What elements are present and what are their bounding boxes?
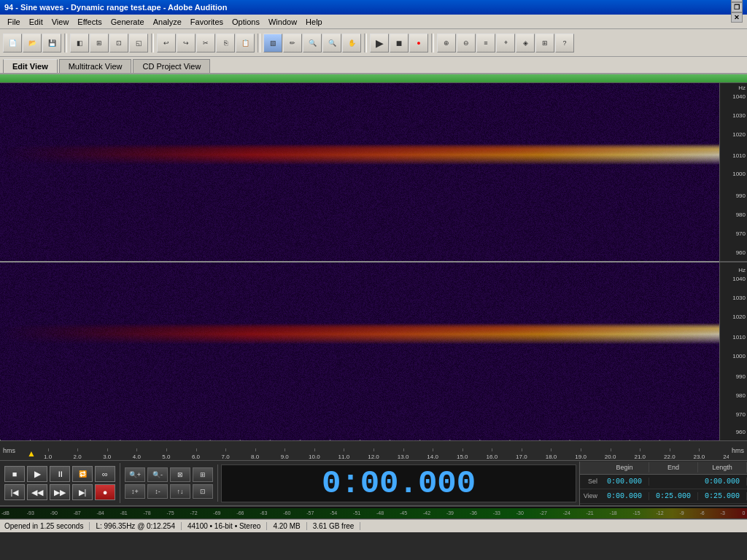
toolbar-select[interactable]: ▧ (263, 34, 282, 52)
lv-48: -48 (376, 510, 384, 516)
menu-window[interactable]: Window (264, 16, 301, 28)
toolbar-btn2[interactable]: ⊞ (90, 34, 109, 52)
lv-81: -81 (120, 510, 128, 516)
menu-view[interactable]: View (47, 16, 74, 28)
toolbar-btn4[interactable]: ◱ (129, 34, 148, 52)
freq-980-top: 980 (736, 211, 746, 218)
toolbar-paste[interactable]: 📋 (236, 34, 255, 52)
btn-zoom-in-horiz[interactable]: 🔍+ (125, 467, 145, 482)
toolbar-group-edit: ↩ ↪ ✂ ⎘ 📋 (157, 34, 255, 52)
toolbar-btn3[interactable]: ⊡ (109, 34, 128, 52)
btn-record[interactable]: ● (95, 484, 115, 500)
toolbar-misc5[interactable]: ◈ (516, 34, 535, 52)
sep1 (64, 34, 67, 52)
freq-1030-top: 1030 (732, 112, 746, 119)
btn-next[interactable]: ▶▶ (50, 484, 70, 500)
zoom-row-2: ↕+ ↕- ↑↓ ⊡ (125, 484, 213, 499)
lv-15: -15 (633, 510, 640, 516)
toolbar-misc7[interactable]: ? (555, 34, 574, 52)
menu-generate[interactable]: Generate (107, 16, 149, 28)
toolbar-misc6[interactable]: ⊞ (535, 34, 554, 52)
pos-view-row: View 0:00.000 0:25.000 0:25.000 (580, 489, 747, 504)
btn-zoom-out-horiz[interactable]: 🔍- (147, 467, 168, 482)
pos-sel-begin: 0:00.000 (600, 478, 649, 486)
toolbar-play[interactable]: ▶ (370, 34, 389, 52)
view-tabs: Edit View Multitrack View CD Project Vie… (0, 57, 747, 74)
tab-cd-project-view[interactable]: CD Project View (133, 59, 210, 73)
toolbar-misc1[interactable]: ⊕ (437, 34, 456, 52)
toolbar-new[interactable]: 📄 (3, 34, 22, 52)
toolbar-copy[interactable]: ⎘ (216, 34, 235, 52)
toolbar-misc3[interactable]: ≡ (476, 34, 495, 52)
btn-pause[interactable]: ⏸ (50, 466, 70, 482)
btn-loop[interactable]: 🔁 (72, 466, 93, 482)
sep2 (151, 34, 154, 52)
freq-1010-bot: 1010 (732, 334, 746, 341)
btn-zoom-all[interactable]: ⊞ (193, 467, 213, 482)
status-format: 44100 • 16-bit • Stereo (187, 522, 267, 530)
toolbar-hand[interactable]: ✋ (342, 34, 361, 52)
timeline-tick: 22.0 (664, 454, 676, 460)
timeline-tick: 1.0 (44, 454, 52, 460)
timeline-tick: 3.0 (103, 454, 111, 460)
transport-row-2: |◀ ◀◀ ▶▶ ▶| ● (4, 484, 115, 500)
app-title: 94 - Sine waves - Dynamic range test.ape… (4, 3, 227, 12)
toolbar-undo[interactable]: ↩ (157, 34, 176, 52)
toolbar-stop[interactable]: ■ (390, 34, 409, 52)
menu-options[interactable]: Options (228, 16, 264, 28)
pos-view-end: 0:25.000 (649, 492, 698, 500)
lv-72: -72 (190, 510, 197, 516)
btn-prev[interactable]: ◀◀ (27, 484, 47, 500)
btn-zoom-in-vert[interactable]: ↕+ (125, 484, 145, 499)
btn-to-start[interactable]: |◀ (4, 484, 25, 500)
toolbar-misc4[interactable]: ⌖ (496, 34, 515, 52)
menu-analyze[interactable]: Analyze (149, 16, 186, 28)
menu-favorites[interactable]: Favorites (186, 16, 228, 28)
btn-stop[interactable]: ■ (4, 466, 25, 482)
lv-21: -21 (587, 510, 594, 516)
menu-help[interactable]: Help (301, 16, 327, 28)
scroll-thumb[interactable] (0, 74, 747, 82)
btn-zoom-out-vert[interactable]: ↕- (147, 484, 168, 499)
timeline-tick: 21.0 (634, 454, 646, 460)
btn-loop2[interactable]: ∞ (95, 466, 115, 482)
tab-multitrack-view[interactable]: Multitrack View (59, 59, 132, 73)
btn-to-end[interactable]: ▶| (72, 484, 93, 500)
zoom-controls: 🔍+ 🔍- ⊠ ⊞ ↕+ ↕- ↑↓ ⊡ (120, 464, 218, 502)
sep3 (258, 34, 260, 52)
tab-edit-view[interactable]: Edit View (3, 59, 58, 73)
toolbar-misc2[interactable]: ⊖ (457, 34, 476, 52)
btn-zoom-vert3[interactable]: ⊡ (193, 484, 213, 499)
toolbar-rec[interactable]: ● (409, 34, 428, 52)
close-btn[interactable]: ✕ (731, 12, 743, 23)
menu-edit[interactable]: Edit (25, 16, 47, 28)
level-bar: -dB -93 -90 -87 -84 -81 -78 -75 -72 -69 … (0, 506, 747, 519)
btn-zoom-sel[interactable]: ⊠ (170, 467, 190, 482)
pos-header: Begin End Length (580, 462, 747, 475)
timeline-hms-left: hms (0, 447, 18, 454)
timeline-tick: 12.0 (368, 454, 379, 460)
toolbar-save[interactable]: 💾 (42, 34, 61, 52)
position-panel: Begin End Length Sel 0:00.000 0:00.000 V… (579, 462, 747, 505)
toolbar-zoom-in[interactable]: 🔍 (303, 34, 322, 52)
spectrogram-main[interactable] (0, 83, 719, 440)
timeline-ruler: hms ▲1.02.03.04.05.06.07.08.09.010.011.0… (0, 440, 747, 461)
timeline-tick: 2.0 (74, 454, 82, 460)
status-freq: L: 996.35Hz @ 0:12.254 (96, 522, 182, 530)
maximize-btn[interactable]: ❐ (731, 2, 743, 12)
menu-file[interactable]: File (3, 16, 25, 28)
toolbar-zoom-out[interactable]: 🔍 (322, 34, 341, 52)
toolbar-cut[interactable]: ✂ (196, 34, 215, 52)
timeline-inner: ▲1.02.03.04.05.06.07.08.09.010.011.012.0… (18, 441, 729, 460)
toolbar-btn1[interactable]: ◧ (70, 34, 89, 52)
toolbar-open[interactable]: 📂 (23, 34, 42, 52)
btn-zoom-vert2[interactable]: ↑↓ (170, 484, 190, 499)
timeline-tick: 20.0 (605, 454, 616, 460)
freq-990-top: 990 (736, 192, 746, 199)
btn-play[interactable]: ▶ (27, 466, 47, 482)
scroll-bar-top[interactable] (0, 74, 747, 83)
menu-effects[interactable]: Effects (73, 16, 106, 28)
timeline-tick: 18.0 (546, 454, 557, 460)
toolbar-redo[interactable]: ↪ (177, 34, 196, 52)
toolbar-draw[interactable]: ✏ (283, 34, 302, 52)
